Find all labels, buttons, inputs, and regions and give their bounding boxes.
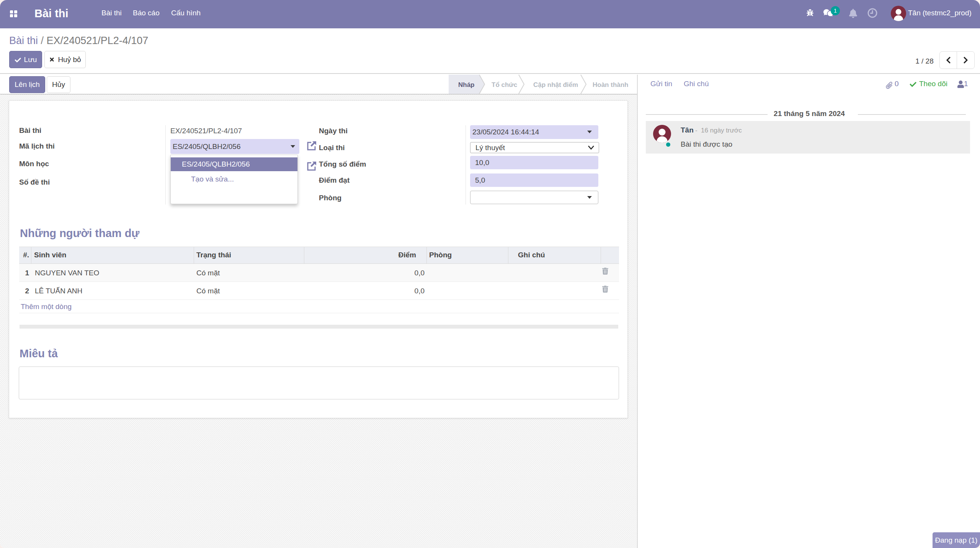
svg-text:Tổ chức: Tổ chức xyxy=(492,81,517,88)
svg-text:Hoàn thành: Hoàn thành xyxy=(593,81,629,88)
svg-text:Cập nhật điểm: Cập nhật điểm xyxy=(533,81,578,88)
svg-text:Nháp: Nháp xyxy=(458,81,475,88)
